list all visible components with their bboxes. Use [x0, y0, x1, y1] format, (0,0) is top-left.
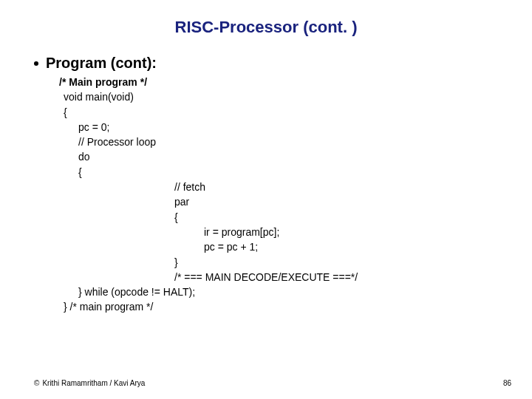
code-line: { — [59, 105, 532, 120]
footer-credits: © Krithi Ramamritham / Kavi Arya — [34, 379, 145, 387]
code-line: } — [59, 255, 532, 270]
code-line: par — [59, 194, 532, 209]
bullet-icon — [34, 61, 38, 66]
code-line: pc = 0; — [59, 120, 532, 134]
code-line: do — [59, 149, 532, 164]
code-line: // Processor loop — [59, 134, 532, 149]
code-block: /* Main program */ void main(void) { pc … — [0, 72, 532, 315]
code-line: pc = pc + 1; — [59, 239, 532, 254]
bullet-row: Program (cont): — [0, 55, 532, 72]
code-line: // fetch — [59, 180, 532, 194]
code-line: { — [59, 210, 532, 225]
slide: RISC-Processor (cont. ) Program (cont): … — [0, 0, 532, 399]
copyright-icon: © — [34, 379, 39, 387]
code-line: /* === MAIN DECODE/EXECUTE ===*/ — [59, 270, 532, 284]
code-line: /* Main program */ — [59, 75, 532, 89]
bullet-text: Program (cont): — [46, 55, 157, 72]
code-line: } while (opcode != HALT); — [59, 284, 532, 299]
code-line: } /* main program */ — [59, 299, 532, 314]
code-line: { — [59, 165, 532, 180]
code-line: void main(void) — [59, 89, 532, 104]
slide-title: RISC-Processor (cont. ) — [0, 0, 532, 41]
page-number: 86 — [503, 379, 511, 387]
footer-authors: Krithi Ramamritham / Kavi Arya — [42, 379, 145, 387]
code-line: ir = program[pc]; — [59, 225, 532, 239]
